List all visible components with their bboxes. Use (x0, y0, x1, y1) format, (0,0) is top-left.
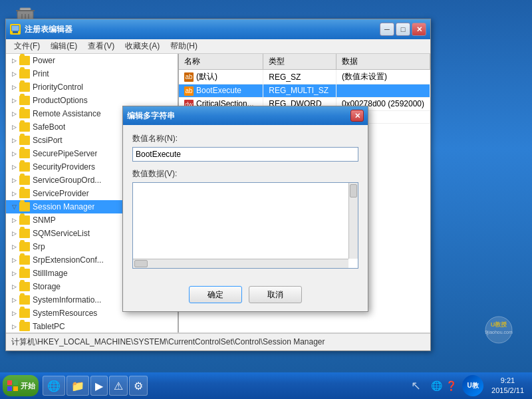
cancel-button[interactable]: 取消 (249, 286, 302, 303)
tree-label: Print (33, 69, 49, 78)
tree-item-power[interactable]: ▷ Power (6, 54, 178, 67)
ie-icon: 🌐 (47, 380, 61, 392)
tree-label: Remote Assistance (33, 109, 101, 118)
tree-item-prioritycontrol[interactable]: ▷ PriorityControl (6, 80, 178, 94)
tree-label: TabletPC (33, 322, 65, 331)
table-row[interactable]: abBootExecute REG_MULTI_SZ (179, 84, 430, 98)
taskbar-ie[interactable]: 🌐 (43, 376, 65, 396)
status-path: 计算机\HKEY_LOCAL_MACHINE\SYSTEM\CurrentCon… (11, 336, 325, 348)
folder-icon (19, 189, 30, 198)
expand-icon: ▷ (9, 281, 19, 292)
svg-rect-8 (13, 31, 18, 33)
folder-icon (19, 202, 30, 211)
expand-icon: ▷ (9, 295, 19, 305)
textarea-scrollbar-h[interactable] (133, 259, 348, 268)
menu-help[interactable]: 帮助(H) (165, 39, 203, 53)
menu-file[interactable]: 文件(F) (9, 39, 45, 53)
folder-icon (19, 136, 30, 145)
tree-item-tabletpc[interactable]: ▷ TabletPC (6, 320, 178, 332)
expand-icon: ▷ (9, 255, 19, 265)
tree-item-productoptions[interactable]: ▷ ProductOptions (6, 94, 178, 107)
tree-label: SrpExtensionConf... (33, 255, 104, 265)
tree-label: Session Manager (33, 202, 94, 211)
table-row[interactable]: ab(默认) REG_SZ (数值未设置) (179, 70, 430, 84)
tray-network-icon[interactable]: 🌐 (430, 380, 442, 392)
expand-icon: ▷ (9, 215, 19, 225)
control-icon: ⚙ (134, 380, 143, 392)
edit-dialog: 编辑多字符串 ✕ 数值名称(N): 数值数据(V): (122, 106, 368, 312)
svg-rect-7 (12, 26, 19, 31)
menu-favorites[interactable]: 收藏夹(A) (120, 39, 165, 53)
expand-icon: ▷ (9, 321, 19, 332)
start-button[interactable]: 开始 (3, 375, 39, 396)
explorer-icon: 📁 (71, 380, 84, 392)
clock: 9:21 2015/2/11 (489, 376, 527, 396)
folder-icon (19, 322, 30, 331)
logo-text: U教 (467, 381, 478, 390)
regedit-window: 注册表编辑器 ─ □ ✕ 文件(F) 编辑(E) 查看(V) 收藏夹(A) 帮助… (5, 19, 431, 351)
tree-label: SystemInformatio... (33, 295, 101, 305)
data-textarea-container (132, 182, 358, 269)
desktop: 注册表编辑器 ─ □ ✕ 文件(F) 编辑(E) 查看(V) 收藏夹(A) 帮助… (0, 0, 532, 372)
cursor-area: ↖ (411, 378, 421, 393)
taskbar-control[interactable]: ⚙ (129, 376, 148, 396)
status-bar: 计算机\HKEY_LOCAL_MACHINE\SYSTEM\CurrentCon… (6, 333, 430, 350)
svg-rect-15 (13, 386, 18, 391)
window-title: 注册表编辑器 (25, 24, 380, 35)
taskbar-explorer[interactable]: 📁 (66, 376, 89, 396)
folder-icon (19, 162, 30, 172)
menu-edit[interactable]: 编辑(E) (45, 39, 82, 53)
name-input[interactable] (132, 147, 358, 162)
tree-label: Storage (33, 282, 61, 291)
folder-icon (19, 269, 30, 278)
maximize-button[interactable]: □ (396, 23, 410, 36)
tree-label: SafeBoot (33, 122, 65, 132)
expand-icon: ▽ (9, 201, 19, 212)
regedit-icon (10, 24, 21, 35)
menu-bar: 文件(F) 编辑(E) 查看(V) 收藏夹(A) 帮助(H) (6, 39, 430, 54)
tree-label: ServiceProvider (33, 189, 89, 198)
folder-icon (19, 69, 30, 78)
expand-icon: ▷ (9, 188, 19, 199)
folder-icon (19, 176, 30, 185)
value-icon: ab (184, 72, 194, 82)
media-icon: ▶ (95, 380, 103, 392)
tree-label: ScsiPort (33, 136, 63, 145)
folder-icon (19, 229, 30, 238)
expand-icon: ▷ (9, 108, 19, 119)
expand-icon: ▷ (9, 135, 19, 146)
expand-icon: ▷ (9, 175, 19, 186)
folder-icon (19, 82, 30, 92)
expand-icon: ▷ (9, 82, 19, 92)
expand-icon: ▷ (9, 148, 19, 159)
tray-help-icon[interactable]: ❓ (445, 380, 457, 392)
taskbar-media[interactable]: ▶ (90, 376, 108, 396)
folder-icon (19, 242, 30, 251)
dialog-close-button[interactable]: ✕ (350, 110, 364, 122)
folder-icon (19, 96, 30, 105)
textarea-scrollbar-v[interactable] (348, 183, 358, 259)
tree-label: Srp (33, 242, 45, 251)
tree-item-print[interactable]: ▷ Print (6, 67, 178, 80)
tree-label: StillImage (33, 269, 68, 278)
ok-button[interactable]: 确定 (189, 286, 242, 303)
system-tray: 🌐 ❓ U教 9:21 2015/2/11 (428, 375, 529, 396)
folder-icon (19, 122, 30, 132)
title-bar: 注册表编辑器 ─ □ ✕ (6, 19, 430, 39)
expand-icon: ▷ (9, 308, 19, 319)
minimize-button[interactable]: ─ (380, 23, 394, 36)
col-name: 名称 (179, 54, 263, 70)
taskbar-security[interactable]: ⚠ (109, 376, 128, 396)
folder-icon (19, 56, 30, 65)
watermark: U教授 9jiaohou.com (472, 311, 525, 346)
expand-icon: ▷ (9, 162, 19, 172)
name-label: 数值名称(N): (132, 133, 358, 144)
close-button[interactable]: ✕ (412, 23, 426, 36)
time: 9:21 (491, 376, 524, 386)
menu-view[interactable]: 查看(V) (82, 39, 120, 53)
svg-text:9jiaohou.com: 9jiaohou.com (485, 330, 513, 335)
data-textarea[interactable] (133, 183, 358, 268)
svg-rect-12 (7, 380, 12, 385)
col-type: 类型 (263, 54, 336, 70)
dialog-title: 编辑多字符串 (127, 110, 350, 122)
